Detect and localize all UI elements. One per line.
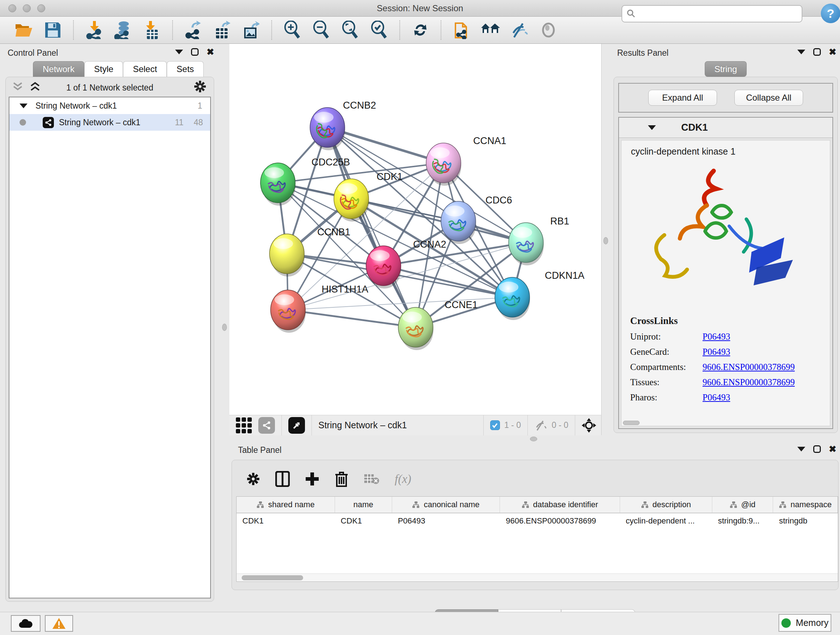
table-cell[interactable]: cyclin-dependent ... [620, 516, 712, 526]
import-table-icon[interactable] [142, 21, 161, 40]
network-node-RB1[interactable] [508, 223, 544, 265]
crosslink-link[interactable]: 9606.ENSP00000378699 [703, 377, 795, 387]
table-cell[interactable]: P06493 [392, 516, 500, 526]
column-header--id[interactable]: @id [712, 497, 774, 513]
panel-close-icon[interactable]: ✖ [829, 48, 836, 56]
crosslink-link[interactable]: P06493 [703, 347, 730, 357]
tab-string[interactable]: String [705, 61, 747, 77]
panel-menu-icon[interactable] [175, 50, 183, 54]
network-collection-row[interactable]: String Network – cdk1 1 [9, 97, 210, 114]
memory-button[interactable]: Memory [778, 614, 831, 632]
fit-crosshair-icon[interactable] [582, 418, 596, 432]
export-table-icon[interactable] [213, 21, 232, 40]
tab-select[interactable]: Select [123, 61, 167, 77]
export-network-icon[interactable] [184, 21, 202, 40]
panel-close-icon[interactable]: ✖ [207, 48, 214, 56]
toolbar-separator [271, 20, 272, 40]
mini-scrollbar[interactable] [623, 421, 639, 425]
refresh-icon[interactable] [411, 21, 430, 40]
zoom-out-icon[interactable] [312, 21, 331, 40]
horizontal-scrollbar[interactable] [237, 573, 838, 581]
import-database-icon[interactable] [114, 21, 133, 40]
panel-close-icon[interactable]: ✖ [829, 445, 836, 453]
zoom-fit-icon[interactable] [341, 21, 360, 40]
selected-checkbox-icon[interactable] [490, 420, 500, 430]
cloud-button[interactable] [11, 615, 41, 632]
hide-selected-icon[interactable] [510, 21, 529, 40]
import-network-icon[interactable] [85, 21, 103, 40]
network-node-HIST1H1A[interactable] [271, 290, 306, 333]
grid-view-icon[interactable] [236, 417, 252, 433]
network-node-CDKN1A[interactable] [495, 277, 530, 320]
network-node-CDK1[interactable] [334, 179, 369, 222]
crosslink-label: Compartments: [630, 362, 703, 372]
save-session-icon[interactable] [43, 21, 62, 40]
table-row[interactable]: CDK1CDK1P064939606.ENSP00000378699cyclin… [237, 513, 838, 529]
table-cell[interactable]: 9606.ENSP00000378699 [500, 516, 620, 526]
table-cell[interactable]: CDK1 [335, 516, 392, 526]
column-header-shared-name[interactable]: shared name [237, 497, 335, 513]
table-cell[interactable]: stringdb:9... [712, 516, 774, 526]
panel-float-icon[interactable] [813, 445, 821, 453]
bottom-splitter-handle[interactable] [530, 437, 537, 441]
tree-expand-icon[interactable] [19, 103, 27, 108]
delete-column-icon[interactable] [335, 471, 348, 487]
result-entry-header[interactable]: CDK1 [619, 118, 832, 138]
column-header-namespace[interactable]: namespace [773, 497, 838, 513]
expand-collapse-box: Expand All Collapse All [618, 83, 833, 112]
column-header-canonical-name[interactable]: canonical name [392, 497, 500, 513]
home-view-icon[interactable] [481, 21, 500, 40]
show-eye-icon[interactable] [539, 21, 558, 40]
network-node-CCNB2[interactable] [310, 108, 345, 150]
network-node-CCNA2[interactable] [366, 246, 401, 288]
left-splitter-handle[interactable] [222, 324, 227, 331]
expand-all-button[interactable]: Expand All [648, 90, 717, 106]
table-options-gear-icon[interactable] [246, 472, 260, 486]
node-count: 11 [175, 118, 184, 127]
tab-sets[interactable]: Sets [167, 61, 204, 77]
panel-float-icon[interactable] [191, 48, 199, 56]
network-row-selected[interactable]: String Network – cdk1 11 48 [9, 114, 210, 131]
zoom-selected-icon[interactable] [370, 21, 388, 40]
warning-button[interactable] [45, 615, 73, 632]
tab-network[interactable]: Network [33, 61, 84, 77]
open-session-icon[interactable] [14, 21, 33, 40]
crosslink-link[interactable]: P06493 [703, 393, 730, 402]
network-node-CCNA1[interactable] [426, 143, 461, 186]
entry-collapse-icon[interactable] [648, 125, 656, 130]
table-cell[interactable]: CDK1 [237, 516, 335, 526]
panel-menu-icon[interactable] [797, 447, 805, 451]
crosslink-link[interactable]: 9606.ENSP00000378699 [703, 362, 795, 372]
panel-menu-icon[interactable] [797, 50, 805, 54]
panel-float-icon[interactable] [813, 48, 821, 56]
network-node-CCNB1[interactable] [270, 234, 305, 277]
column-header-description[interactable]: description [620, 497, 712, 513]
collapse-all-button[interactable]: Collapse All [734, 90, 803, 106]
share-document-icon[interactable] [452, 21, 471, 40]
column-header-database-identifier[interactable]: database identifier [500, 497, 620, 513]
search-input[interactable] [622, 5, 802, 22]
network-node-CCNE1[interactable] [398, 307, 433, 350]
network-edge-HIST1H1A-CCNE1[interactable] [288, 310, 416, 327]
hidden-eye-icon[interactable] [534, 420, 547, 431]
search-field[interactable] [639, 9, 795, 19]
network-options-gear-icon[interactable] [194, 80, 207, 93]
string-badge-icon[interactable] [258, 417, 275, 434]
crosslink-link[interactable]: P06493 [703, 332, 730, 342]
help-button[interactable]: ? [821, 4, 840, 23]
tab-style[interactable]: Style [84, 61, 123, 77]
crosslink-label: GeneCard: [630, 347, 703, 357]
network-node-CDC25B[interactable] [261, 163, 295, 206]
zoom-in-icon[interactable] [283, 21, 302, 40]
add-column-icon[interactable] [305, 472, 319, 486]
export-image-icon[interactable] [242, 21, 261, 40]
node-table[interactable]: shared namenamecanonical namedatabase id… [236, 496, 838, 582]
network-node-CDC6[interactable] [441, 201, 476, 244]
column-header-name[interactable]: name [335, 497, 392, 513]
open-in-window-icon[interactable] [288, 417, 305, 434]
right-splitter-handle[interactable] [603, 237, 608, 244]
scrollbar-thumb[interactable] [242, 575, 303, 580]
table-cell[interactable]: stringdb [773, 516, 838, 526]
show-columns-icon[interactable] [275, 471, 290, 487]
network-canvas[interactable]: CCNB2CCNA1CDC25BCDK1CDC6RB1CCNB1CCNA2CDK… [229, 44, 602, 415]
